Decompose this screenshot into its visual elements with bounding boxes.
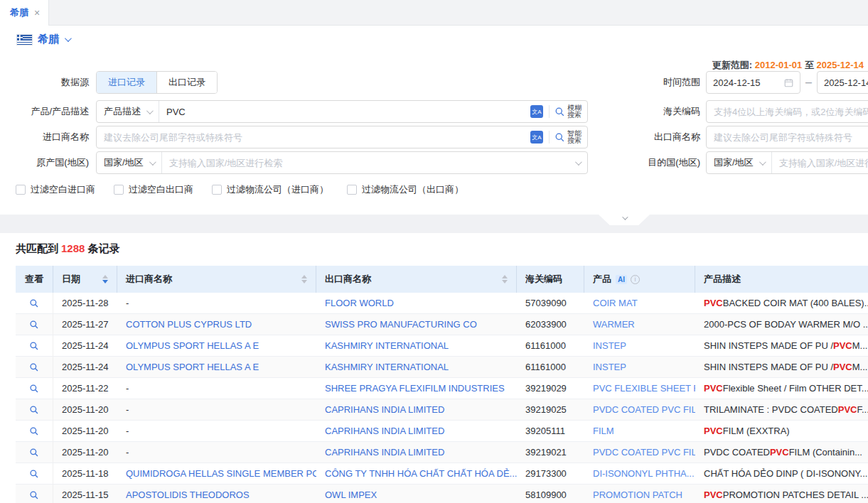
product-cell[interactable]: PROMOTION PATCH (584, 485, 695, 503)
exporter-link[interactable]: FLOOR WORLD (325, 298, 394, 308)
checkbox-icon[interactable] (114, 185, 124, 195)
exporter-cell[interactable]: KASHMIRY INTERNATIONAL (316, 335, 517, 357)
importer-link[interactable]: OLYMPUS SPORT HELLAS A E (126, 340, 259, 351)
col-description: 产品描述 (695, 266, 868, 293)
exporter-link[interactable]: CÔNG TY TNHH HÓA CHẤT CHẤT HÓA DẺ... (325, 468, 517, 479)
sort-icon[interactable] (502, 275, 509, 283)
description-cell: PVDC COATED PVC FILM (Containin... (695, 442, 868, 463)
origin-country-select[interactable]: 国家/地区 (97, 152, 162, 173)
product-cell[interactable]: PVC FLEXIBLE SHEET F... (584, 378, 695, 399)
checkbox-icon[interactable] (347, 185, 357, 195)
view-button[interactable] (29, 448, 39, 458)
product-type-select[interactable]: 产品描述 (97, 101, 159, 122)
close-icon[interactable]: × (34, 8, 40, 18)
importer-cell: - (117, 378, 316, 399)
importer-cell[interactable]: COTTON PLUS CYPRUS LTD (117, 314, 316, 335)
view-button[interactable] (29, 298, 39, 308)
checkbox-icon[interactable] (16, 185, 26, 195)
exporter-cell[interactable]: FLOOR WORLD (316, 293, 517, 314)
importer-cell[interactable]: APOSTOLIDIS THEODOROS (117, 485, 316, 503)
translate-icon[interactable]: 文A (530, 105, 543, 118)
sort-icon[interactable] (102, 275, 109, 283)
view-button[interactable] (29, 320, 39, 330)
checkbox-filter-logistics-importer[interactable]: 过滤物流公司（进口商） (212, 183, 328, 196)
exporter-cell[interactable]: OWL IMPEX (316, 485, 517, 503)
exporter-link[interactable]: CAPRIHANS INDIA LIMITED (325, 447, 444, 458)
exporter-link[interactable]: CAPRIHANS INDIA LIMITED (325, 404, 444, 415)
view-button[interactable] (29, 362, 39, 372)
importer-cell[interactable]: OLYMPUS SPORT HELLAS A E (117, 335, 316, 357)
filter-panel: 更新范围: 2012-01-01 至 2025-12-14 数据源 进口记录 出… (0, 54, 868, 215)
importer-link[interactable]: QUIMIDROGA HELLAS SINGLE MEMBER PC (126, 468, 316, 479)
importer-link[interactable]: APOSTOLIDIS THEODOROS (126, 490, 250, 500)
exporter-cell[interactable]: CAPRIHANS INDIA LIMITED (316, 399, 517, 421)
exporter-cell[interactable]: CAPRIHANS INDIA LIMITED (316, 421, 517, 442)
product-cell[interactable]: FILM (584, 421, 695, 442)
product-cell[interactable]: WARMER (584, 314, 695, 335)
view-button[interactable] (29, 426, 39, 436)
product-link[interactable]: DI-ISONONYL PHTHA... (593, 468, 695, 479)
chevron-down-icon[interactable] (65, 35, 72, 42)
date-to-picker[interactable]: 2025-12-14 (817, 71, 868, 94)
translate-icon[interactable]: 文A (530, 131, 543, 144)
product-link[interactable]: INSTEP (593, 340, 626, 351)
checkbox-icon[interactable] (212, 185, 222, 195)
view-button[interactable] (29, 384, 39, 394)
importer-link[interactable]: OLYMPUS SPORT HELLAS A E (126, 362, 259, 372)
col-importer[interactable]: 进口商名称 (117, 266, 316, 293)
hs-code-input[interactable] (707, 101, 868, 122)
product-link[interactable]: FILM (593, 426, 614, 436)
importer-cell[interactable]: OLYMPUS SPORT HELLAS A E (117, 357, 316, 378)
exporter-cell[interactable]: SHREE PRAGYA FLEXIFILM INDUSTRIES (316, 378, 517, 399)
col-date[interactable]: 日期 (53, 266, 117, 293)
exporter-cell[interactable]: KASHMIRY INTERNATIONAL (316, 357, 517, 378)
view-button[interactable] (29, 341, 39, 351)
product-cell[interactable]: INSTEP (584, 335, 695, 357)
checkbox-filter-blank-exporter[interactable]: 过滤空白出口商 (114, 183, 193, 196)
tab-import-records[interactable]: 进口记录 (97, 72, 156, 93)
product-cell[interactable]: PVDC COATED PVC FIL... (584, 399, 695, 421)
exporter-label: 出口商名称 (588, 131, 700, 144)
importer-link[interactable]: COTTON PLUS CYPRUS LTD (126, 319, 252, 330)
exporter-link[interactable]: KASHMIRY INTERNATIONAL (325, 340, 449, 351)
exporter-link[interactable]: CAPRIHANS INDIA LIMITED (325, 426, 444, 436)
sort-icon[interactable] (301, 275, 309, 283)
product-link[interactable]: PVC FLEXIBLE SHEET F... (593, 383, 695, 394)
importer-cell[interactable]: QUIMIDROGA HELLAS SINGLE MEMBER PC (117, 463, 316, 485)
product-link[interactable]: PROMOTION PATCH (593, 490, 682, 500)
product-cell[interactable]: DI-ISONONYL PHTHA... (584, 463, 695, 485)
exporter-link[interactable]: OWL IMPEX (325, 490, 377, 500)
exporter-link[interactable]: SHREE PRAGYA FLEXIFILM INDUSTRIES (325, 383, 505, 394)
view-button[interactable] (29, 405, 39, 415)
product-input[interactable] (159, 101, 530, 122)
tab-greece[interactable]: 希腊 × (0, 0, 49, 26)
product-link[interactable]: INSTEP (593, 362, 626, 372)
exporter-link[interactable]: SWISS PRO MANUFACTURING CO (325, 319, 477, 330)
exporter-cell[interactable]: CAPRIHANS INDIA LIMITED (316, 442, 517, 463)
dest-country-select[interactable]: 国家/地区 (707, 152, 772, 173)
checkbox-filter-logistics-exporter[interactable]: 过滤物流公司（出口商） (347, 183, 464, 196)
smart-search-button[interactable]: 智能搜索 (550, 130, 587, 144)
product-link[interactable]: COIR MAT (593, 298, 638, 308)
info-icon[interactable]: i (631, 275, 640, 284)
importer-input[interactable] (97, 126, 530, 148)
product-link[interactable]: PVDC COATED PVC FIL... (593, 404, 695, 415)
dest-country-input[interactable] (772, 152, 868, 173)
product-cell[interactable]: INSTEP (584, 357, 695, 378)
product-cell[interactable]: PVDC COATED PVC FIL... (584, 442, 695, 463)
fuzzy-search-button[interactable]: 模糊搜索 (550, 104, 587, 119)
tab-export-records[interactable]: 出口记录 (156, 72, 217, 93)
origin-country-input[interactable] (162, 152, 572, 173)
view-button[interactable] (29, 490, 39, 500)
exporter-cell[interactable]: SWISS PRO MANUFACTURING CO (316, 314, 517, 335)
exporter-cell[interactable]: CÔNG TY TNHH HÓA CHẤT CHẤT HÓA DẺ... (316, 463, 517, 485)
view-button[interactable] (29, 469, 39, 479)
product-link[interactable]: WARMER (593, 319, 635, 330)
col-exporter[interactable]: 出口商名称 (316, 266, 517, 293)
date-from-picker[interactable]: 2024-12-15 (706, 71, 800, 94)
product-link[interactable]: PVDC COATED PVC FIL... (593, 447, 695, 458)
product-cell[interactable]: COIR MAT (584, 293, 695, 314)
checkbox-filter-blank-importer[interactable]: 过滤空白进口商 (16, 183, 95, 196)
exporter-link[interactable]: KASHMIRY INTERNATIONAL (325, 362, 449, 372)
exporter-input[interactable] (707, 126, 868, 148)
